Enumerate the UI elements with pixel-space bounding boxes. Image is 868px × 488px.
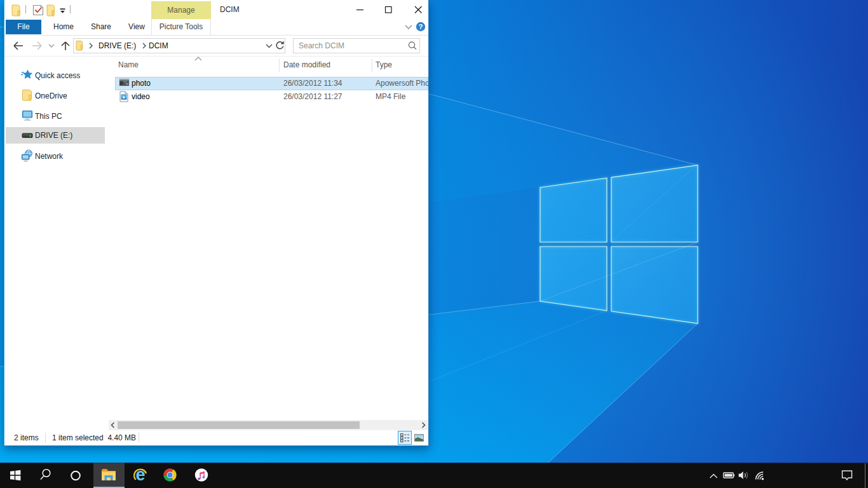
svg-text:e: e (135, 465, 145, 484)
svg-text:?: ? (418, 23, 423, 30)
